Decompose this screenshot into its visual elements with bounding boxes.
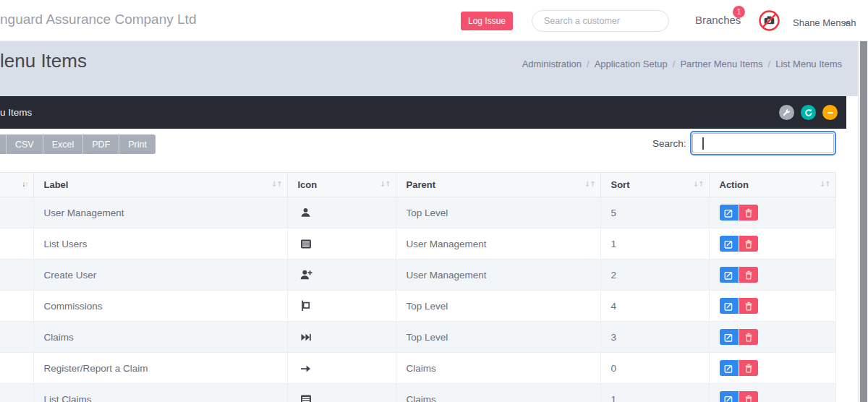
trash-icon bbox=[744, 333, 753, 342]
wrench-icon bbox=[783, 108, 791, 116]
cell-icon bbox=[287, 384, 396, 402]
cell-icon bbox=[287, 353, 396, 384]
minus-icon bbox=[827, 109, 834, 116]
cell-icon bbox=[287, 228, 396, 260]
breadcrumb-item[interactable]: List Menu Items bbox=[775, 59, 842, 69]
trash-icon bbox=[744, 270, 753, 280]
breadcrumb-separator: / bbox=[587, 59, 590, 69]
edit-button[interactable] bbox=[720, 329, 739, 345]
table-body: User ManagementTop Level5List UsersUser … bbox=[0, 197, 835, 402]
cell-id bbox=[0, 322, 33, 353]
trash-icon bbox=[744, 364, 753, 373]
breadcrumb-separator: / bbox=[673, 59, 676, 69]
column-header-id[interactable]: ↓↑ bbox=[0, 173, 33, 197]
branches-badge: 1 bbox=[733, 6, 745, 18]
trash-icon bbox=[744, 208, 753, 218]
export-buttons: CSVExcelPDFPrint bbox=[0, 134, 156, 154]
cell-action bbox=[709, 291, 835, 322]
cell-sort: 2 bbox=[600, 260, 709, 291]
customer-search-input[interactable] bbox=[532, 10, 669, 32]
column-header-icon[interactable]: Icon↓↑ bbox=[287, 173, 396, 197]
delete-button[interactable] bbox=[739, 267, 758, 283]
log-issue-button[interactable]: Log Issue bbox=[461, 12, 513, 30]
text-caret bbox=[702, 137, 704, 150]
cell-label: Commissions bbox=[33, 291, 287, 322]
edit-icon bbox=[724, 395, 733, 402]
breadcrumb: Administration/Application Setup/Partner… bbox=[522, 59, 842, 69]
breadcrumb-item[interactable]: Administration bbox=[522, 59, 582, 69]
cell-parent: Top Level bbox=[396, 197, 600, 228]
cell-label: List Claims bbox=[33, 384, 287, 402]
edit-button[interactable] bbox=[720, 298, 739, 314]
user-icon bbox=[298, 207, 311, 218]
portlet-tool-refresh[interactable] bbox=[801, 105, 816, 120]
list-icon bbox=[298, 239, 312, 249]
cell-label: User Management bbox=[33, 197, 287, 228]
table-search-input[interactable] bbox=[692, 133, 834, 153]
column-header-label[interactable]: Label↓↑ bbox=[33, 173, 287, 197]
edit-button[interactable] bbox=[720, 236, 739, 252]
cell-parent: User Management bbox=[396, 260, 600, 291]
portlet-header: u Items bbox=[0, 96, 846, 129]
cell-parent: Top Level bbox=[396, 291, 600, 322]
export-button-pdf[interactable]: PDF bbox=[83, 134, 119, 154]
column-header-sort[interactable]: Sort↓↑ bbox=[600, 173, 709, 197]
column-header-action[interactable]: Action↓↑ bbox=[709, 173, 835, 197]
delete-button[interactable] bbox=[739, 236, 758, 252]
no-photo-avatar-icon[interactable] bbox=[758, 9, 780, 32]
cell-parent: Claims bbox=[396, 353, 600, 384]
edit-button[interactable] bbox=[720, 267, 739, 283]
cell-id bbox=[0, 228, 33, 260]
cell-id bbox=[0, 384, 33, 402]
scrollbar-thumb[interactable] bbox=[860, 41, 867, 402]
cell-sort: 4 bbox=[600, 291, 709, 322]
portlet-body: CSVExcelPDFPrint Search: ↓↑ Label↓↑ Icon… bbox=[0, 129, 846, 402]
chevron-down-icon bbox=[843, 22, 849, 27]
breadcrumb-item[interactable]: Application Setup bbox=[595, 59, 668, 69]
table-row: Create UserUser Management2 bbox=[0, 260, 835, 291]
cell-icon bbox=[287, 322, 396, 353]
delete-button[interactable] bbox=[739, 205, 758, 221]
portlet-title: u Items bbox=[0, 107, 32, 118]
cell-action bbox=[709, 322, 835, 353]
menu-items-table: ↓↑ Label↓↑ Icon↓↑ Parent↓↑ Sort↓↑ Action… bbox=[0, 172, 836, 402]
cell-action bbox=[709, 384, 835, 402]
export-button-print[interactable]: Print bbox=[119, 134, 156, 154]
delete-button[interactable] bbox=[739, 360, 758, 376]
cell-sort: 1 bbox=[600, 384, 709, 402]
table-row: Register/Report a ClaimClaims0 bbox=[0, 353, 835, 384]
breadcrumb-item[interactable]: Partner Menu Items bbox=[680, 59, 762, 69]
edit-button[interactable] bbox=[720, 205, 739, 221]
edit-button[interactable] bbox=[720, 391, 739, 402]
delete-button[interactable] bbox=[739, 329, 758, 345]
edit-icon bbox=[724, 270, 733, 280]
list-icon bbox=[298, 394, 312, 402]
topbar: nguard Assurance Company Ltd Log Issue B… bbox=[0, 0, 868, 41]
portlet-tool-wrench[interactable] bbox=[779, 105, 794, 120]
edit-icon bbox=[724, 333, 733, 342]
clipped-export-button[interactable] bbox=[0, 134, 7, 154]
cell-sort: 0 bbox=[600, 353, 709, 384]
column-header-parent[interactable]: Parent↓↑ bbox=[396, 173, 600, 197]
trash-icon bbox=[744, 395, 753, 402]
cell-icon bbox=[287, 197, 396, 228]
vertical-scrollbar bbox=[858, 41, 868, 402]
cell-action bbox=[709, 353, 835, 384]
delete-button[interactable] bbox=[739, 391, 758, 402]
export-button-csv[interactable]: CSV bbox=[7, 134, 43, 154]
table-row: User ManagementTop Level5 bbox=[0, 197, 835, 228]
cell-sort: 3 bbox=[600, 322, 709, 353]
trash-icon bbox=[744, 302, 753, 311]
fast-forward-icon bbox=[298, 332, 312, 343]
edit-icon bbox=[724, 208, 733, 218]
cell-id bbox=[0, 260, 33, 291]
portlet-tool-minus[interactable] bbox=[822, 105, 838, 120]
edit-button[interactable] bbox=[720, 360, 739, 376]
cell-id bbox=[0, 291, 33, 322]
app-window: nguard Assurance Company Ltd Log Issue B… bbox=[0, 0, 868, 402]
table-row: List ClaimsClaims1 bbox=[0, 384, 835, 402]
arrow-right-icon bbox=[298, 362, 311, 373]
export-button-excel[interactable]: Excel bbox=[43, 134, 84, 154]
delete-button[interactable] bbox=[739, 298, 758, 314]
cell-parent: User Management bbox=[396, 228, 600, 260]
